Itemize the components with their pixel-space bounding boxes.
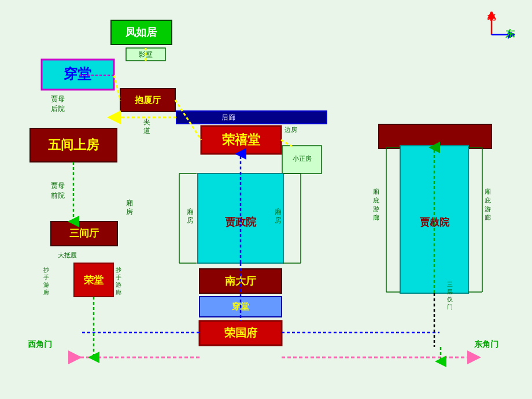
svg-rect-19 bbox=[282, 146, 322, 173]
svg-text:庇: 庇 bbox=[485, 197, 491, 204]
svg-text:抱厦厅: 抱厦厅 bbox=[134, 95, 161, 105]
svg-text:廂: 廂 bbox=[485, 188, 491, 195]
svg-text:后廊: 后廊 bbox=[221, 113, 235, 121]
svg-rect-15 bbox=[176, 111, 327, 124]
svg-text:夹: 夹 bbox=[143, 118, 150, 126]
svg-text:道: 道 bbox=[143, 127, 150, 135]
svg-text:后院: 后院 bbox=[51, 105, 65, 113]
svg-rect-13 bbox=[30, 128, 117, 162]
svg-text:大抵屐: 大抵屐 bbox=[58, 252, 77, 258]
svg-text:五间上房: 五间上房 bbox=[48, 138, 99, 152]
svg-rect-6 bbox=[126, 48, 165, 61]
svg-rect-8 bbox=[42, 60, 114, 90]
svg-text:廊: 廊 bbox=[373, 214, 379, 221]
svg-text:西角门: 西角门 bbox=[28, 339, 52, 349]
svg-text:小正房: 小正房 bbox=[293, 155, 312, 162]
svg-text:贾赦院: 贾赦院 bbox=[420, 216, 450, 228]
svg-text:房: 房 bbox=[275, 216, 282, 224]
svg-rect-22 bbox=[51, 221, 117, 246]
svg-text:庇: 庇 bbox=[373, 197, 379, 204]
svg-rect-12 bbox=[379, 124, 492, 149]
svg-text:前院: 前院 bbox=[51, 191, 65, 200]
svg-rect-26 bbox=[400, 146, 468, 293]
svg-line-83 bbox=[114, 75, 120, 101]
svg-text:廂: 廂 bbox=[126, 199, 133, 207]
svg-text:廊: 廊 bbox=[485, 214, 491, 221]
svg-text:廊: 廊 bbox=[43, 289, 49, 295]
svg-text:贾母: 贾母 bbox=[51, 182, 65, 190]
svg-text:游: 游 bbox=[116, 282, 121, 288]
svg-text:手: 手 bbox=[43, 274, 49, 280]
svg-text:贾政院: 贾政院 bbox=[225, 216, 257, 228]
svg-text:廂: 廂 bbox=[373, 188, 379, 195]
svg-text:东角门: 东角门 bbox=[474, 339, 498, 349]
svg-rect-32 bbox=[200, 297, 282, 317]
svg-text:荣禧堂: 荣禧堂 bbox=[222, 132, 261, 147]
svg-text:廂: 廂 bbox=[187, 208, 194, 216]
svg-text:东: 东 bbox=[505, 28, 515, 39]
svg-text:南大厅: 南大厅 bbox=[225, 275, 257, 287]
svg-line-87 bbox=[281, 140, 292, 146]
svg-text:房: 房 bbox=[126, 208, 133, 216]
svg-rect-24 bbox=[198, 173, 283, 263]
svg-rect-34 bbox=[200, 321, 282, 345]
svg-text:游: 游 bbox=[373, 205, 379, 212]
svg-text:三间厅: 三间厅 bbox=[69, 228, 99, 239]
svg-text:廂: 廂 bbox=[275, 208, 282, 216]
svg-line-85 bbox=[175, 100, 201, 140]
svg-text:荣堂: 荣堂 bbox=[84, 275, 104, 286]
svg-text:穿堂: 穿堂 bbox=[64, 66, 92, 82]
svg-rect-10 bbox=[120, 88, 175, 112]
svg-text:仪: 仪 bbox=[447, 296, 453, 302]
svg-text:影壁: 影壁 bbox=[139, 50, 153, 58]
svg-text:游: 游 bbox=[43, 282, 49, 288]
svg-text:穿堂: 穿堂 bbox=[232, 301, 250, 311]
svg-text:北: 北 bbox=[487, 12, 496, 21]
compass: 北 东 bbox=[468, 12, 515, 58]
svg-text:三: 三 bbox=[447, 281, 453, 287]
svg-rect-17 bbox=[201, 126, 281, 154]
svg-text:房: 房 bbox=[187, 216, 194, 224]
svg-rect-30 bbox=[200, 269, 282, 293]
diagram-overlay: 凤如居 影壁 穿堂 抱厦厅 五间上房 后廊 荣禧堂 小正房 边房 三间厅 贾政院… bbox=[0, 0, 532, 399]
svg-text:凤如居: 凤如居 bbox=[125, 27, 157, 38]
svg-text:边房: 边房 bbox=[285, 126, 297, 133]
svg-text:游: 游 bbox=[485, 205, 491, 212]
svg-text:抄: 抄 bbox=[43, 267, 49, 273]
svg-text:层: 层 bbox=[447, 289, 453, 295]
svg-text:门: 门 bbox=[447, 304, 453, 310]
svg-rect-28 bbox=[74, 263, 113, 297]
svg-text:廊: 廊 bbox=[116, 289, 121, 295]
svg-text:抄: 抄 bbox=[116, 267, 121, 273]
svg-rect-4 bbox=[111, 20, 172, 45]
svg-text:贾母: 贾母 bbox=[51, 95, 65, 103]
svg-text:手: 手 bbox=[116, 274, 121, 280]
svg-text:荣国府: 荣国府 bbox=[224, 326, 258, 339]
